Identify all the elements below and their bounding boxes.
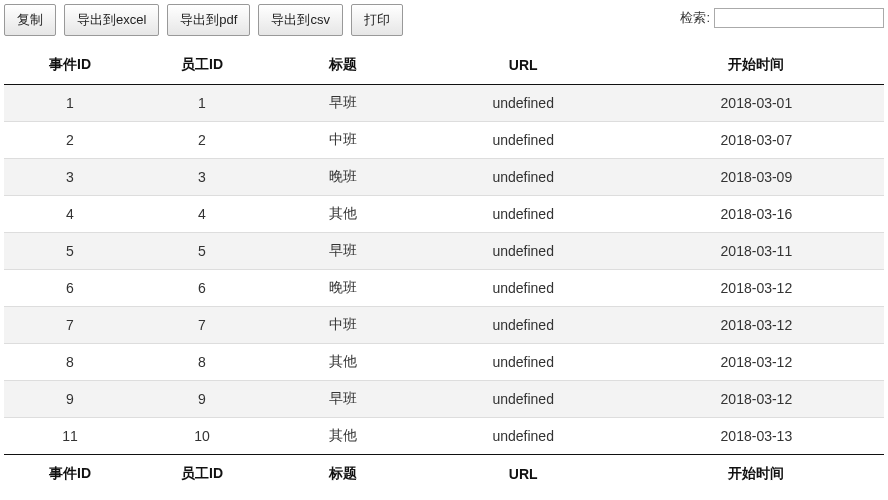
events-table: 事件ID员工ID标题URL开始时间 11早班undefined2018-03-0…	[4, 46, 884, 493]
cell-start_time: 2018-03-09	[629, 159, 884, 196]
cell-title: 中班	[268, 307, 418, 344]
cell-employee_id: 1	[136, 85, 268, 122]
cell-employee_id: 10	[136, 418, 268, 455]
cell-url: undefined	[418, 418, 629, 455]
cell-title: 早班	[268, 233, 418, 270]
col-header-employee_id[interactable]: 员工ID	[136, 46, 268, 85]
export-csv-button[interactable]: 导出到csv	[258, 4, 343, 36]
cell-url: undefined	[418, 381, 629, 418]
table-row[interactable]: 11早班undefined2018-03-01	[4, 85, 884, 122]
cell-event_id: 1	[4, 85, 136, 122]
cell-title: 早班	[268, 85, 418, 122]
cell-event_id: 3	[4, 159, 136, 196]
search-label: 检索:	[680, 9, 710, 27]
table-row[interactable]: 77中班undefined2018-03-12	[4, 307, 884, 344]
cell-url: undefined	[418, 344, 629, 381]
col-footer-title: 标题	[268, 455, 418, 494]
cell-start_time: 2018-03-07	[629, 122, 884, 159]
cell-title: 早班	[268, 381, 418, 418]
col-header-title[interactable]: 标题	[268, 46, 418, 85]
col-header-event_id[interactable]: 事件ID	[4, 46, 136, 85]
print-button[interactable]: 打印	[351, 4, 403, 36]
cell-employee_id: 2	[136, 122, 268, 159]
cell-title: 其他	[268, 344, 418, 381]
cell-title: 中班	[268, 122, 418, 159]
cell-start_time: 2018-03-01	[629, 85, 884, 122]
cell-event_id: 4	[4, 196, 136, 233]
cell-title: 其他	[268, 418, 418, 455]
cell-event_id: 11	[4, 418, 136, 455]
col-header-url[interactable]: URL	[418, 46, 629, 85]
table-row[interactable]: 44其他undefined2018-03-16	[4, 196, 884, 233]
copy-button[interactable]: 复制	[4, 4, 56, 36]
table-row[interactable]: 1110其他undefined2018-03-13	[4, 418, 884, 455]
cell-employee_id: 4	[136, 196, 268, 233]
cell-event_id: 7	[4, 307, 136, 344]
cell-employee_id: 9	[136, 381, 268, 418]
cell-title: 晚班	[268, 270, 418, 307]
cell-start_time: 2018-03-13	[629, 418, 884, 455]
cell-url: undefined	[418, 307, 629, 344]
cell-employee_id: 6	[136, 270, 268, 307]
cell-url: undefined	[418, 233, 629, 270]
cell-url: undefined	[418, 85, 629, 122]
cell-url: undefined	[418, 270, 629, 307]
cell-employee_id: 8	[136, 344, 268, 381]
col-footer-start_time: 开始时间	[629, 455, 884, 494]
cell-url: undefined	[418, 159, 629, 196]
cell-start_time: 2018-03-12	[629, 344, 884, 381]
cell-title: 其他	[268, 196, 418, 233]
cell-employee_id: 7	[136, 307, 268, 344]
export-excel-button[interactable]: 导出到excel	[64, 4, 159, 36]
cell-employee_id: 3	[136, 159, 268, 196]
cell-start_time: 2018-03-16	[629, 196, 884, 233]
table-row[interactable]: 22中班undefined2018-03-07	[4, 122, 884, 159]
search-input[interactable]	[714, 8, 884, 28]
cell-url: undefined	[418, 196, 629, 233]
cell-event_id: 2	[4, 122, 136, 159]
cell-start_time: 2018-03-11	[629, 233, 884, 270]
cell-url: undefined	[418, 122, 629, 159]
table-row[interactable]: 33晚班undefined2018-03-09	[4, 159, 884, 196]
cell-start_time: 2018-03-12	[629, 381, 884, 418]
table-row[interactable]: 66晚班undefined2018-03-12	[4, 270, 884, 307]
cell-event_id: 6	[4, 270, 136, 307]
table-row[interactable]: 99早班undefined2018-03-12	[4, 381, 884, 418]
cell-start_time: 2018-03-12	[629, 307, 884, 344]
cell-event_id: 5	[4, 233, 136, 270]
cell-title: 晚班	[268, 159, 418, 196]
export-pdf-button[interactable]: 导出到pdf	[167, 4, 250, 36]
cell-employee_id: 5	[136, 233, 268, 270]
col-header-start_time[interactable]: 开始时间	[629, 46, 884, 85]
cell-event_id: 8	[4, 344, 136, 381]
col-footer-event_id: 事件ID	[4, 455, 136, 494]
cell-start_time: 2018-03-12	[629, 270, 884, 307]
table-row[interactable]: 55早班undefined2018-03-11	[4, 233, 884, 270]
cell-event_id: 9	[4, 381, 136, 418]
search-wrap: 检索:	[680, 4, 884, 28]
col-footer-employee_id: 员工ID	[136, 455, 268, 494]
table-row[interactable]: 88其他undefined2018-03-12	[4, 344, 884, 381]
col-footer-url: URL	[418, 455, 629, 494]
export-toolbar: 复制导出到excel导出到pdf导出到csv打印	[4, 4, 403, 36]
